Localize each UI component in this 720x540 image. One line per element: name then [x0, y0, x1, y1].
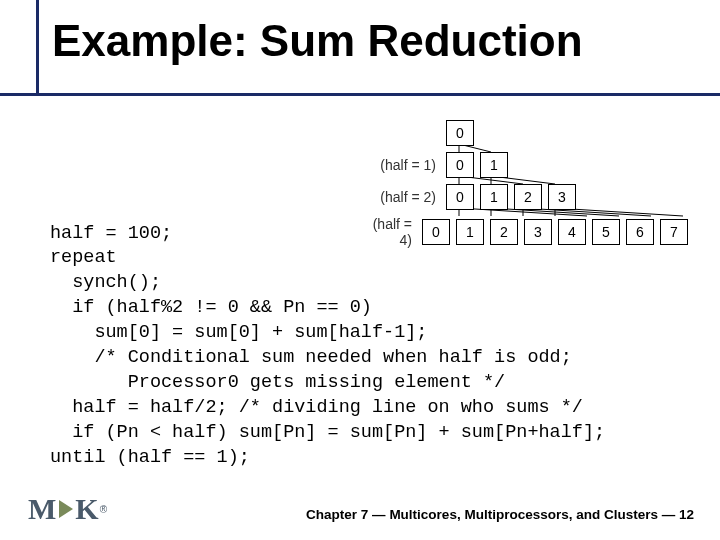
diagram-row-boxes: 0: [446, 120, 474, 146]
diagram-cell: 2: [514, 184, 542, 210]
title-rule-horizontal: [0, 93, 720, 96]
logo-triangle-icon: [59, 500, 73, 518]
diagram-cell: 0: [446, 120, 474, 146]
diagram-row-label: (half = 2): [358, 189, 436, 205]
diagram-row-label: (half = 1): [358, 157, 436, 173]
logo-letter-k: K: [75, 492, 99, 526]
diagram-row: 0: [358, 120, 688, 146]
slide-footer: Chapter 7 — Multicores, Multiprocessors,…: [306, 507, 694, 522]
diagram-cell: 3: [548, 184, 576, 210]
diagram-cell: 0: [446, 184, 474, 210]
diagram-row: (half = 2)0123: [358, 184, 688, 210]
footer-topic: Multicores, Multiprocessors, and Cluster…: [389, 507, 658, 522]
footer-chapter: Chapter 7: [306, 507, 368, 522]
logo-letter-m: M: [28, 492, 57, 526]
footer-page: 12: [679, 507, 694, 522]
diagram-cell: 7: [660, 219, 688, 245]
page-title: Example: Sum Reduction: [52, 16, 583, 66]
diagram-row: (half = 1)01: [358, 152, 688, 178]
publisher-logo: M K ®: [28, 492, 107, 526]
diagram-row-boxes: 01: [446, 152, 508, 178]
title-rule-vertical: [36, 0, 39, 96]
diagram-cell: 0: [446, 152, 474, 178]
diagram-row-boxes: 0123: [446, 184, 576, 210]
diagram-cell: 1: [480, 184, 508, 210]
code-block: half = 100; repeat synch(); if (half%2 !…: [50, 222, 605, 472]
diagram-cell: 6: [626, 219, 654, 245]
registered-mark: ®: [100, 504, 107, 515]
diagram-cell: 1: [480, 152, 508, 178]
